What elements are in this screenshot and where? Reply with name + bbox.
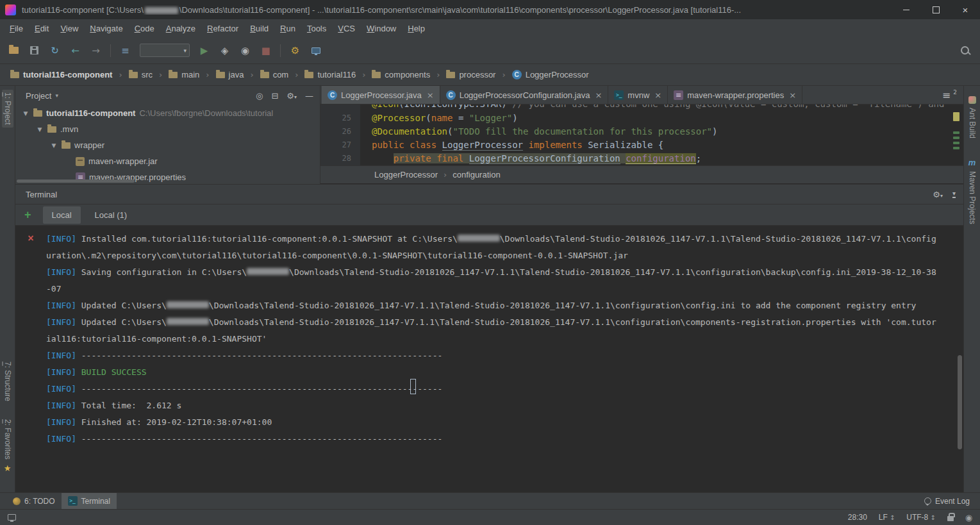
menu-vcs[interactable]: VCS bbox=[332, 21, 361, 36]
terminal-settings-button[interactable]: ⚙▾ bbox=[933, 190, 943, 199]
code-editor[interactable]: @Icon(Icon.IconType.STAR) // you can use… bbox=[320, 104, 963, 165]
hide-terminal-button[interactable]: ▾ bbox=[952, 190, 956, 198]
breadcrumb-item[interactable]: components bbox=[370, 69, 431, 81]
breadcrumb-item[interactable]: main bbox=[167, 69, 201, 81]
breadcrumb-item[interactable]: java bbox=[215, 69, 245, 81]
line-separator-widget[interactable]: LF ↕ bbox=[879, 513, 895, 522]
terminal-body[interactable]: × [INFO] Installed com.tutorial116:tutor… bbox=[15, 226, 963, 492]
tree-toggle-icon[interactable]: ▼ bbox=[36, 126, 44, 133]
line-number[interactable]: 26 bbox=[320, 125, 360, 138]
forward-button[interactable]: → bbox=[90, 44, 102, 56]
profile-button[interactable]: ◉ bbox=[239, 44, 251, 56]
tool-stripe-favorites[interactable]: 2: Favorites★ bbox=[3, 419, 12, 473]
editor-tab[interactable]: >_mvnw× bbox=[608, 86, 668, 104]
new-session-button[interactable]: + bbox=[24, 208, 31, 222]
menu-build[interactable]: Build bbox=[244, 21, 274, 36]
build-button[interactable]: ⚙ bbox=[289, 44, 301, 56]
run-configuration-select[interactable]: ▾ bbox=[140, 44, 190, 57]
maximize-button[interactable] bbox=[921, 0, 951, 19]
menu-tools[interactable]: Tools bbox=[301, 21, 332, 36]
menu-file[interactable]: File bbox=[4, 21, 29, 36]
editor-tab[interactable]: ≡maven-wrapper.properties× bbox=[668, 86, 802, 104]
chevron-down-icon: ▾ bbox=[940, 193, 943, 199]
hide-panel-button[interactable]: — bbox=[305, 91, 313, 101]
breadcrumb-class[interactable]: LoggerProcessor bbox=[374, 170, 438, 179]
tree-item[interactable]: maven-wrapper.jar bbox=[15, 153, 320, 169]
tree-item[interactable]: ▼.mvn bbox=[15, 121, 320, 137]
menu-edit[interactable]: Edit bbox=[29, 21, 54, 36]
collapse-all-button[interactable]: ⊟ bbox=[271, 91, 278, 101]
analysis-marker[interactable] bbox=[953, 131, 959, 134]
back-button[interactable]: ← bbox=[69, 44, 81, 56]
stop-button[interactable]: ■ bbox=[260, 44, 272, 56]
menu-analyze[interactable]: Analyze bbox=[160, 21, 201, 36]
breadcrumb-item[interactable]: CLoggerProcessor bbox=[511, 69, 590, 81]
breadcrumb-item[interactable]: processor bbox=[445, 69, 497, 81]
minimize-button[interactable] bbox=[892, 0, 921, 19]
terminal-tool-button[interactable]: >_ Terminal bbox=[62, 493, 117, 509]
view-options-button[interactable]: ≡ bbox=[119, 44, 131, 56]
line-number[interactable]: 28 bbox=[320, 152, 360, 165]
run-anything-button[interactable] bbox=[310, 44, 322, 56]
class-icon: C bbox=[446, 90, 456, 100]
tree-toggle-icon[interactable]: ▼ bbox=[22, 110, 29, 117]
tool-stripe-mavenprojects[interactable]: mMaven Projects bbox=[968, 158, 977, 224]
caret-position-widget[interactable]: 28:30 bbox=[848, 513, 867, 522]
breadcrumb-item[interactable]: tutorial116 bbox=[303, 69, 357, 81]
encoding-widget[interactable]: UTF-8 ↕ bbox=[906, 513, 935, 522]
event-log-button[interactable]: Event Log bbox=[924, 497, 974, 506]
breadcrumb-member[interactable]: configuration bbox=[453, 170, 500, 179]
line-number[interactable] bbox=[320, 104, 360, 111]
tree-item[interactable]: ▼tutorial116-component C:\Users\fborgne\… bbox=[15, 105, 320, 121]
tree-toggle-icon[interactable]: ▼ bbox=[50, 142, 58, 149]
settings-button[interactable]: ⚙▾ bbox=[287, 91, 297, 101]
line-number[interactable]: 25 bbox=[320, 112, 360, 125]
readonly-lock-icon[interactable] bbox=[947, 516, 954, 521]
project-panel-title[interactable]: Project bbox=[26, 91, 51, 101]
tool-stripe-antbuild[interactable]: Ant Build bbox=[968, 96, 977, 138]
analysis-marker[interactable] bbox=[953, 142, 959, 144]
menu-view[interactable]: View bbox=[54, 21, 84, 36]
editor-tab[interactable]: CLoggerProcessor.java× bbox=[322, 86, 440, 104]
menu-navigate[interactable]: Navigate bbox=[84, 21, 128, 36]
todo-tool-button[interactable]: 6: TODO bbox=[6, 493, 62, 509]
close-tab-icon[interactable]: × bbox=[789, 90, 796, 100]
analysis-marker[interactable] bbox=[953, 112, 959, 121]
search-everywhere-button[interactable] bbox=[959, 45, 971, 56]
terminal-tab[interactable]: Local bbox=[43, 206, 81, 224]
highlighting-level-icon[interactable]: ◉ bbox=[965, 513, 972, 522]
menu-code[interactable]: Code bbox=[129, 21, 160, 36]
open-file-button[interactable] bbox=[8, 44, 20, 56]
breadcrumb-item[interactable]: tutorial116-component bbox=[9, 69, 113, 81]
close-tab-icon[interactable]: × bbox=[595, 90, 602, 100]
locate-file-button[interactable]: ◎ bbox=[256, 91, 263, 101]
close-button[interactable]: × bbox=[951, 0, 980, 19]
analysis-marker[interactable] bbox=[953, 147, 959, 149]
menu-help[interactable]: Help bbox=[402, 21, 431, 36]
menu-window[interactable]: Window bbox=[361, 21, 402, 36]
analysis-marker[interactable] bbox=[953, 137, 959, 139]
terminal-tab[interactable]: Local (1) bbox=[86, 206, 137, 224]
terminal-text: Finished at: 2019-02-12T10:38:07+01:00 bbox=[81, 417, 272, 427]
menu-refactor[interactable]: Refactor bbox=[201, 21, 244, 36]
tree-item[interactable]: ▼wrapper bbox=[15, 137, 320, 153]
editor-tab[interactable]: CLoggerProcessorConfiguration.java× bbox=[440, 86, 609, 104]
line-number[interactable]: 27 bbox=[320, 138, 360, 152]
breadcrumb-item[interactable]: src bbox=[128, 69, 154, 81]
terminal-scrollbar[interactable] bbox=[958, 355, 962, 449]
tab-list-icon[interactable]: ≡ bbox=[942, 89, 951, 101]
tool-window-toggle-icon[interactable] bbox=[8, 514, 16, 521]
stop-process-icon[interactable]: × bbox=[28, 233, 33, 244]
horizontal-scrollbar[interactable] bbox=[17, 179, 135, 183]
breadcrumb-item[interactable]: com bbox=[259, 69, 290, 81]
run-button[interactable]: ▶ bbox=[198, 44, 210, 56]
menu-run[interactable]: Run bbox=[274, 21, 301, 36]
close-tab-icon[interactable]: × bbox=[427, 90, 434, 100]
save-all-button[interactable] bbox=[28, 44, 40, 56]
coverage-button[interactable]: ◈ bbox=[219, 44, 231, 56]
code-token: private final bbox=[394, 153, 469, 163]
close-tab-icon[interactable]: × bbox=[654, 90, 661, 100]
tool-stripe-project[interactable]: 1: Project bbox=[2, 90, 13, 128]
tool-stripe-structure[interactable]: 7: Structure bbox=[3, 362, 12, 401]
synchronize-button[interactable]: ↻ bbox=[49, 44, 61, 56]
